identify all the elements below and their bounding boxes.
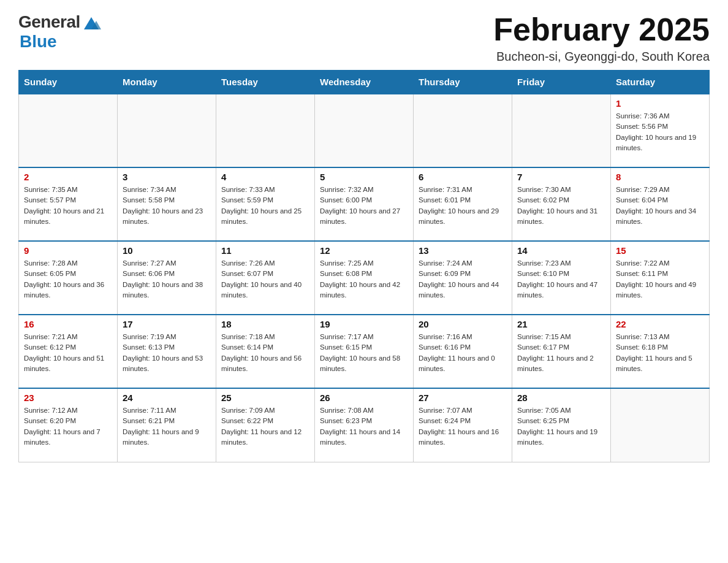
logo-icon xyxy=(82,12,101,32)
day-info: Sunrise: 7:34 AM Sunset: 5:58 PM Dayligh… xyxy=(123,185,211,227)
calendar-cell xyxy=(118,94,216,167)
day-number: 4 xyxy=(221,172,309,182)
calendar-cell xyxy=(216,94,315,167)
day-info: Sunrise: 7:09 AM Sunset: 6:22 PM Dayligh… xyxy=(221,405,309,448)
day-info: Sunrise: 7:27 AM Sunset: 6:06 PM Dayligh… xyxy=(123,258,211,301)
calendar-cell: 9Sunrise: 7:28 AM Sunset: 6:05 PM Daylig… xyxy=(19,241,118,315)
calendar-cell: 10Sunrise: 7:27 AM Sunset: 6:06 PM Dayli… xyxy=(118,241,216,315)
calendar-table: SundayMondayTuesdayWednesdayThursdayFrid… xyxy=(18,70,710,462)
day-number: 18 xyxy=(221,319,309,329)
day-number: 22 xyxy=(616,319,704,329)
day-number: 19 xyxy=(320,319,408,329)
day-header-sunday: Sunday xyxy=(19,71,118,94)
logo-blue-text: Blue xyxy=(20,32,57,52)
day-info: Sunrise: 7:15 AM Sunset: 6:17 PM Dayligh… xyxy=(517,332,605,374)
logo-text-general: General xyxy=(18,12,80,32)
day-info: Sunrise: 7:16 AM Sunset: 6:16 PM Dayligh… xyxy=(419,332,507,374)
day-number: 17 xyxy=(123,319,211,329)
calendar-cell: 16Sunrise: 7:21 AM Sunset: 6:12 PM Dayli… xyxy=(19,315,118,388)
calendar-cell: 25Sunrise: 7:09 AM Sunset: 6:22 PM Dayli… xyxy=(216,388,315,462)
calendar-cell: 20Sunrise: 7:16 AM Sunset: 6:16 PM Dayli… xyxy=(414,315,512,388)
calendar-cell: 27Sunrise: 7:07 AM Sunset: 6:24 PM Dayli… xyxy=(414,388,512,462)
calendar-week-row: 16Sunrise: 7:21 AM Sunset: 6:12 PM Dayli… xyxy=(19,315,710,388)
day-number: 11 xyxy=(221,245,309,256)
day-number: 12 xyxy=(320,245,408,256)
day-number: 27 xyxy=(419,393,507,403)
day-info: Sunrise: 7:07 AM Sunset: 6:24 PM Dayligh… xyxy=(419,405,507,448)
calendar-week-row: 23Sunrise: 7:12 AM Sunset: 6:20 PM Dayli… xyxy=(19,388,710,462)
calendar-cell: 5Sunrise: 7:32 AM Sunset: 6:00 PM Daylig… xyxy=(315,167,414,241)
calendar-cell: 13Sunrise: 7:24 AM Sunset: 6:09 PM Dayli… xyxy=(414,241,512,315)
day-info: Sunrise: 7:08 AM Sunset: 6:23 PM Dayligh… xyxy=(320,405,408,448)
day-info: Sunrise: 7:24 AM Sunset: 6:09 PM Dayligh… xyxy=(419,258,507,301)
day-header-monday: Monday xyxy=(118,71,216,94)
day-header-thursday: Thursday xyxy=(414,71,512,94)
day-number: 16 xyxy=(24,319,112,329)
day-number: 13 xyxy=(419,245,507,256)
day-info: Sunrise: 7:28 AM Sunset: 6:05 PM Dayligh… xyxy=(24,258,112,301)
day-number: 5 xyxy=(320,172,408,182)
day-number: 8 xyxy=(616,172,704,182)
calendar-cell: 14Sunrise: 7:23 AM Sunset: 6:10 PM Dayli… xyxy=(512,241,611,315)
calendar-week-row: 9Sunrise: 7:28 AM Sunset: 6:05 PM Daylig… xyxy=(19,241,710,315)
title-area: February 2025 Bucheon-si, Gyeonggi-do, S… xyxy=(493,12,710,64)
page-header: General Blue February 2025 Bucheon-si, G… xyxy=(18,12,710,64)
day-number: 1 xyxy=(616,98,704,109)
day-number: 2 xyxy=(24,172,112,182)
calendar-cell: 24Sunrise: 7:11 AM Sunset: 6:21 PM Dayli… xyxy=(118,388,216,462)
calendar-cell: 12Sunrise: 7:25 AM Sunset: 6:08 PM Dayli… xyxy=(315,241,414,315)
calendar-cell: 7Sunrise: 7:30 AM Sunset: 6:02 PM Daylig… xyxy=(512,167,611,241)
calendar-cell: 8Sunrise: 7:29 AM Sunset: 6:04 PM Daylig… xyxy=(611,167,710,241)
day-number: 14 xyxy=(517,245,605,256)
calendar-cell: 17Sunrise: 7:19 AM Sunset: 6:13 PM Dayli… xyxy=(118,315,216,388)
day-info: Sunrise: 7:12 AM Sunset: 6:20 PM Dayligh… xyxy=(24,405,112,448)
calendar-cell: 15Sunrise: 7:22 AM Sunset: 6:11 PM Dayli… xyxy=(611,241,710,315)
calendar-header-row: SundayMondayTuesdayWednesdayThursdayFrid… xyxy=(19,71,710,94)
location-title: Bucheon-si, Gyeonggi-do, South Korea xyxy=(493,50,710,64)
calendar-cell xyxy=(611,388,710,462)
day-header-tuesday: Tuesday xyxy=(216,71,315,94)
day-number: 23 xyxy=(24,393,112,403)
day-info: Sunrise: 7:21 AM Sunset: 6:12 PM Dayligh… xyxy=(24,332,112,374)
calendar-cell xyxy=(512,94,611,167)
day-number: 20 xyxy=(419,319,507,329)
calendar-week-row: 2Sunrise: 7:35 AM Sunset: 5:57 PM Daylig… xyxy=(19,167,710,241)
day-header-saturday: Saturday xyxy=(611,71,710,94)
day-info: Sunrise: 7:05 AM Sunset: 6:25 PM Dayligh… xyxy=(517,405,605,448)
calendar-cell: 2Sunrise: 7:35 AM Sunset: 5:57 PM Daylig… xyxy=(19,167,118,241)
day-info: Sunrise: 7:33 AM Sunset: 5:59 PM Dayligh… xyxy=(221,185,309,227)
day-number: 7 xyxy=(517,172,605,182)
calendar-cell: 1Sunrise: 7:36 AM Sunset: 5:56 PM Daylig… xyxy=(611,94,710,167)
day-header-wednesday: Wednesday xyxy=(315,71,414,94)
day-number: 25 xyxy=(221,393,309,403)
calendar-cell: 21Sunrise: 7:15 AM Sunset: 6:17 PM Dayli… xyxy=(512,315,611,388)
day-info: Sunrise: 7:25 AM Sunset: 6:08 PM Dayligh… xyxy=(320,258,408,301)
day-number: 3 xyxy=(123,172,211,182)
calendar-cell: 11Sunrise: 7:26 AM Sunset: 6:07 PM Dayli… xyxy=(216,241,315,315)
day-info: Sunrise: 7:19 AM Sunset: 6:13 PM Dayligh… xyxy=(123,332,211,374)
day-number: 9 xyxy=(24,245,112,256)
day-info: Sunrise: 7:22 AM Sunset: 6:11 PM Dayligh… xyxy=(616,258,704,301)
day-number: 26 xyxy=(320,393,408,403)
day-info: Sunrise: 7:23 AM Sunset: 6:10 PM Dayligh… xyxy=(517,258,605,301)
calendar-cell: 3Sunrise: 7:34 AM Sunset: 5:58 PM Daylig… xyxy=(118,167,216,241)
day-number: 6 xyxy=(419,172,507,182)
day-info: Sunrise: 7:30 AM Sunset: 6:02 PM Dayligh… xyxy=(517,185,605,227)
day-info: Sunrise: 7:36 AM Sunset: 5:56 PM Dayligh… xyxy=(616,111,704,153)
day-number: 21 xyxy=(517,319,605,329)
calendar-cell: 4Sunrise: 7:33 AM Sunset: 5:59 PM Daylig… xyxy=(216,167,315,241)
day-info: Sunrise: 7:26 AM Sunset: 6:07 PM Dayligh… xyxy=(221,258,309,301)
day-number: 24 xyxy=(123,393,211,403)
month-title: February 2025 xyxy=(493,12,710,47)
calendar-cell: 19Sunrise: 7:17 AM Sunset: 6:15 PM Dayli… xyxy=(315,315,414,388)
calendar-cell: 18Sunrise: 7:18 AM Sunset: 6:14 PM Dayli… xyxy=(216,315,315,388)
day-number: 15 xyxy=(616,245,704,256)
calendar-cell xyxy=(315,94,414,167)
day-info: Sunrise: 7:32 AM Sunset: 6:00 PM Dayligh… xyxy=(320,185,408,227)
calendar-cell xyxy=(414,94,512,167)
calendar-cell: 26Sunrise: 7:08 AM Sunset: 6:23 PM Dayli… xyxy=(315,388,414,462)
calendar-cell xyxy=(19,94,118,167)
day-info: Sunrise: 7:31 AM Sunset: 6:01 PM Dayligh… xyxy=(419,185,507,227)
calendar-week-row: 1Sunrise: 7:36 AM Sunset: 5:56 PM Daylig… xyxy=(19,94,710,167)
day-info: Sunrise: 7:29 AM Sunset: 6:04 PM Dayligh… xyxy=(616,185,704,227)
